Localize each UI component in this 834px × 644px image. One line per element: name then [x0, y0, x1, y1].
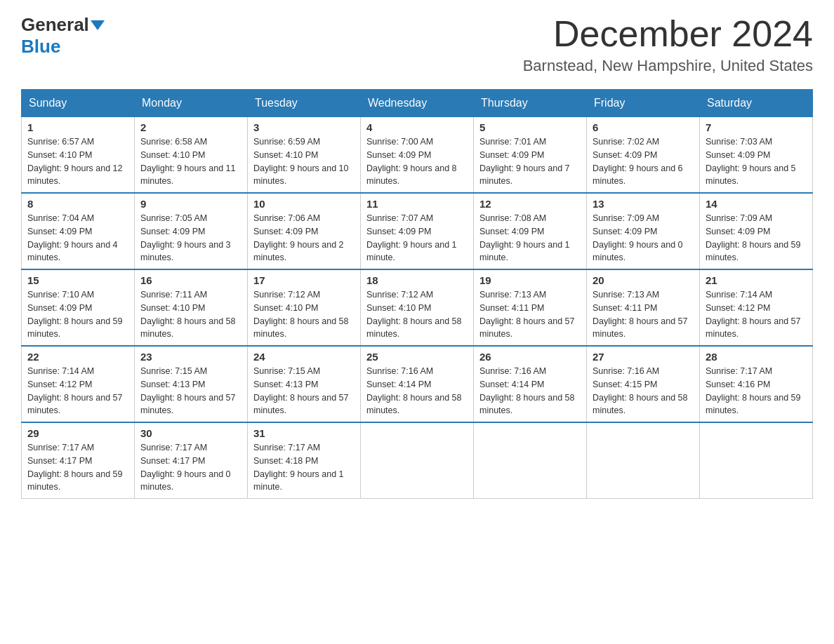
logo: General Blue [21, 14, 105, 58]
day-info: Sunrise: 7:15 AMSunset: 4:13 PMDaylight:… [140, 366, 236, 415]
day-info: Sunrise: 7:17 AMSunset: 4:17 PMDaylight:… [27, 443, 123, 492]
day-info: Sunrise: 7:09 AMSunset: 4:09 PMDaylight:… [593, 213, 683, 262]
calendar-cell: 19 Sunrise: 7:13 AMSunset: 4:11 PMDaylig… [474, 269, 587, 346]
day-number: 26 [479, 351, 581, 363]
day-info: Sunrise: 7:17 AMSunset: 4:18 PMDaylight:… [253, 443, 344, 492]
day-info: Sunrise: 7:12 AMSunset: 4:10 PMDaylight:… [366, 290, 462, 339]
title-area: December 2024 Barnstead, New Hampshire, … [523, 14, 813, 75]
day-of-week-header: Tuesday [248, 90, 361, 117]
day-number: 5 [479, 121, 581, 133]
day-info: Sunrise: 7:05 AMSunset: 4:09 PMDaylight:… [140, 213, 231, 262]
day-info: Sunrise: 6:59 AMSunset: 4:10 PMDaylight:… [253, 137, 349, 186]
day-info: Sunrise: 7:01 AMSunset: 4:09 PMDaylight:… [479, 137, 570, 186]
calendar-cell: 17 Sunrise: 7:12 AMSunset: 4:10 PMDaylig… [248, 269, 361, 346]
calendar-cell [361, 422, 474, 499]
calendar-cell: 24 Sunrise: 7:15 AMSunset: 4:13 PMDaylig… [248, 346, 361, 422]
day-info: Sunrise: 7:17 AMSunset: 4:17 PMDaylight:… [140, 443, 231, 492]
day-info: Sunrise: 6:57 AMSunset: 4:10 PMDaylight:… [27, 137, 123, 186]
day-number: 22 [27, 351, 128, 363]
location-title: Barnstead, New Hampshire, United States [523, 57, 813, 75]
day-info: Sunrise: 7:10 AMSunset: 4:09 PMDaylight:… [27, 290, 123, 339]
calendar-cell: 16 Sunrise: 7:11 AMSunset: 4:10 PMDaylig… [135, 269, 248, 346]
day-number: 10 [253, 198, 355, 210]
calendar-cell: 21 Sunrise: 7:14 AMSunset: 4:12 PMDaylig… [700, 269, 813, 346]
calendar-cell: 14 Sunrise: 7:09 AMSunset: 4:09 PMDaylig… [700, 193, 813, 269]
calendar-cell: 26 Sunrise: 7:16 AMSunset: 4:14 PMDaylig… [474, 346, 587, 422]
calendar-cell: 7 Sunrise: 7:03 AMSunset: 4:09 PMDayligh… [700, 117, 813, 194]
day-number: 21 [706, 274, 807, 286]
day-info: Sunrise: 7:11 AMSunset: 4:10 PMDaylight:… [140, 290, 236, 339]
day-number: 29 [27, 427, 128, 439]
day-info: Sunrise: 7:17 AMSunset: 4:16 PMDaylight:… [706, 366, 801, 415]
calendar-cell: 31 Sunrise: 7:17 AMSunset: 4:18 PMDaylig… [248, 422, 361, 499]
day-info: Sunrise: 7:16 AMSunset: 4:14 PMDaylight:… [479, 366, 575, 415]
calendar-week-row: 8 Sunrise: 7:04 AMSunset: 4:09 PMDayligh… [22, 193, 813, 269]
day-number: 8 [27, 198, 128, 210]
day-number: 24 [253, 351, 355, 363]
calendar-cell: 30 Sunrise: 7:17 AMSunset: 4:17 PMDaylig… [135, 422, 248, 499]
day-number: 31 [253, 427, 355, 439]
day-info: Sunrise: 7:06 AMSunset: 4:09 PMDaylight:… [253, 213, 344, 262]
day-number: 17 [253, 274, 355, 286]
day-of-week-header: Sunday [22, 90, 135, 117]
calendar-cell: 27 Sunrise: 7:16 AMSunset: 4:15 PMDaylig… [587, 346, 700, 422]
calendar-cell: 12 Sunrise: 7:08 AMSunset: 4:09 PMDaylig… [474, 193, 587, 269]
day-of-week-header: Saturday [700, 90, 813, 117]
day-number: 3 [253, 121, 355, 133]
day-info: Sunrise: 7:16 AMSunset: 4:14 PMDaylight:… [366, 366, 462, 415]
day-info: Sunrise: 7:14 AMSunset: 4:12 PMDaylight:… [706, 290, 801, 339]
day-number: 23 [140, 351, 241, 363]
calendar-week-row: 22 Sunrise: 7:14 AMSunset: 4:12 PMDaylig… [22, 346, 813, 422]
day-info: Sunrise: 7:00 AMSunset: 4:09 PMDaylight:… [366, 137, 457, 186]
day-number: 11 [366, 198, 468, 210]
day-number: 28 [706, 351, 807, 363]
calendar-week-row: 29 Sunrise: 7:17 AMSunset: 4:17 PMDaylig… [22, 422, 813, 499]
day-info: Sunrise: 7:08 AMSunset: 4:09 PMDaylight:… [479, 213, 570, 262]
day-number: 4 [366, 121, 468, 133]
day-number: 14 [706, 198, 807, 210]
day-info: Sunrise: 6:58 AMSunset: 4:10 PMDaylight:… [140, 137, 236, 186]
calendar-cell [587, 422, 700, 499]
day-info: Sunrise: 7:14 AMSunset: 4:12 PMDaylight:… [27, 366, 123, 415]
calendar-cell [474, 422, 587, 499]
month-title: December 2024 [523, 14, 813, 54]
day-info: Sunrise: 7:09 AMSunset: 4:09 PMDaylight:… [706, 213, 801, 262]
logo-arrow-icon [91, 20, 105, 30]
day-number: 7 [706, 121, 807, 133]
day-of-week-header: Wednesday [361, 90, 474, 117]
day-number: 12 [479, 198, 581, 210]
day-of-week-header: Friday [587, 90, 700, 117]
calendar-cell: 2 Sunrise: 6:58 AMSunset: 4:10 PMDayligh… [135, 117, 248, 194]
day-number: 25 [366, 351, 468, 363]
calendar-cell: 9 Sunrise: 7:05 AMSunset: 4:09 PMDayligh… [135, 193, 248, 269]
calendar-cell: 20 Sunrise: 7:13 AMSunset: 4:11 PMDaylig… [587, 269, 700, 346]
calendar-cell: 13 Sunrise: 7:09 AMSunset: 4:09 PMDaylig… [587, 193, 700, 269]
calendar-cell: 22 Sunrise: 7:14 AMSunset: 4:12 PMDaylig… [22, 346, 135, 422]
calendar-cell: 25 Sunrise: 7:16 AMSunset: 4:14 PMDaylig… [361, 346, 474, 422]
day-number: 9 [140, 198, 241, 210]
calendar-week-row: 15 Sunrise: 7:10 AMSunset: 4:09 PMDaylig… [22, 269, 813, 346]
day-info: Sunrise: 7:04 AMSunset: 4:09 PMDaylight:… [27, 213, 118, 262]
calendar-cell: 4 Sunrise: 7:00 AMSunset: 4:09 PMDayligh… [361, 117, 474, 194]
calendar-cell: 5 Sunrise: 7:01 AMSunset: 4:09 PMDayligh… [474, 117, 587, 194]
logo-general: General [21, 14, 89, 36]
day-number: 30 [140, 427, 241, 439]
day-number: 15 [27, 274, 128, 286]
day-number: 1 [27, 121, 128, 133]
calendar-cell: 15 Sunrise: 7:10 AMSunset: 4:09 PMDaylig… [22, 269, 135, 346]
day-info: Sunrise: 7:16 AMSunset: 4:15 PMDaylight:… [593, 366, 688, 415]
calendar-week-row: 1 Sunrise: 6:57 AMSunset: 4:10 PMDayligh… [22, 117, 813, 194]
day-number: 2 [140, 121, 241, 133]
page-header: General Blue December 2024 Barnstead, Ne… [21, 14, 813, 75]
day-info: Sunrise: 7:13 AMSunset: 4:11 PMDaylight:… [593, 290, 688, 339]
calendar-cell: 29 Sunrise: 7:17 AMSunset: 4:17 PMDaylig… [22, 422, 135, 499]
day-number: 19 [479, 274, 581, 286]
logo-blue: Blue [21, 36, 60, 57]
calendar-cell: 28 Sunrise: 7:17 AMSunset: 4:16 PMDaylig… [700, 346, 813, 422]
calendar-cell: 8 Sunrise: 7:04 AMSunset: 4:09 PMDayligh… [22, 193, 135, 269]
calendar-cell: 18 Sunrise: 7:12 AMSunset: 4:10 PMDaylig… [361, 269, 474, 346]
calendar-table: SundayMondayTuesdayWednesdayThursdayFrid… [21, 89, 813, 499]
day-number: 13 [593, 198, 694, 210]
day-number: 6 [593, 121, 694, 133]
day-info: Sunrise: 7:15 AMSunset: 4:13 PMDaylight:… [253, 366, 349, 415]
